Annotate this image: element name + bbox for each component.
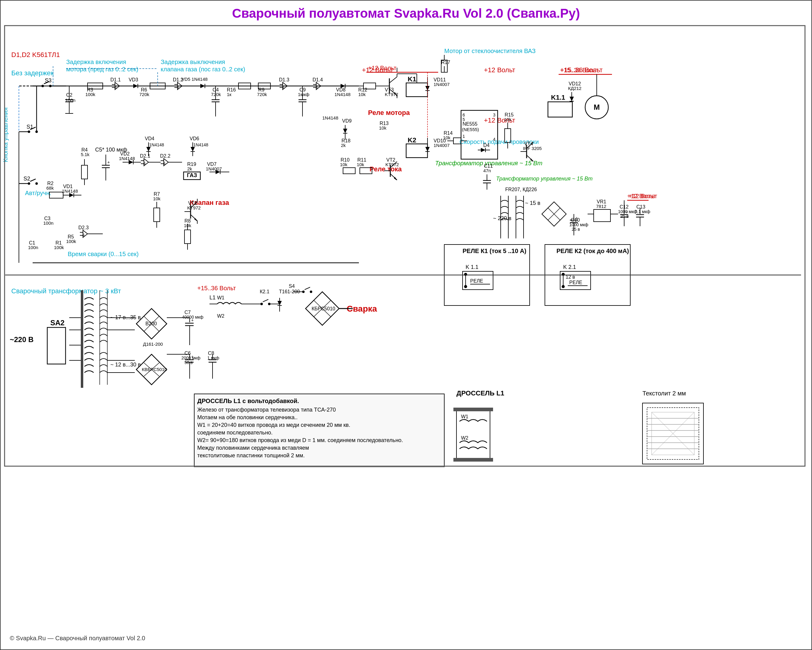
svg-text:1N4148: 1N4148 bbox=[193, 142, 208, 147]
svg-text:VD3: VD3 bbox=[129, 77, 138, 82]
svg-line-322 bbox=[548, 214, 554, 220]
svg-rect-234 bbox=[406, 144, 427, 158]
svg-text:~ 220 в: ~ 220 в bbox=[493, 215, 511, 221]
svg-text:&: & bbox=[114, 85, 117, 89]
svg-text:Сварочный трансформатор ~ 3 кВ: Сварочный трансформатор ~ 3 кВт bbox=[11, 287, 121, 295]
svg-marker-186 bbox=[147, 147, 151, 151]
svg-point-426 bbox=[302, 291, 305, 293]
svg-text:D4: D4 bbox=[483, 143, 490, 148]
svg-line-320 bbox=[548, 208, 554, 214]
svg-text:ДРОССЕЛЬ L1 с вольтодобавкой.: ДРОССЕЛЬ L1 с вольтодобавкой. bbox=[197, 398, 299, 404]
svg-text:0,1 мкф: 0,1 мкф bbox=[635, 209, 650, 214]
svg-rect-152 bbox=[81, 165, 87, 179]
svg-text:K1: K1 bbox=[408, 75, 416, 83]
svg-text:+12 Вольт: +12 Вольт bbox=[629, 193, 657, 199]
svg-text:100n: 100n bbox=[43, 220, 53, 226]
svg-text:C8: C8 bbox=[208, 351, 214, 356]
svg-text:текстолитовые пластинки толщин: текстолитовые пластинки толщиной 2 мм. bbox=[197, 452, 305, 459]
svg-text:Между половинками сердечника в: Между половинками сердечника вставляем bbox=[197, 445, 309, 451]
svg-text:10k: 10k bbox=[153, 196, 161, 201]
page-title: Сварочный полуавтомат Svapka.Ru Vol 2.0 … bbox=[1, 6, 811, 21]
svg-text:&: & bbox=[82, 233, 85, 237]
svg-marker-58 bbox=[133, 84, 138, 88]
svg-text:+15..36 Вольт: +15..36 Вольт bbox=[560, 67, 599, 73]
svg-text:100n: 100n bbox=[28, 245, 38, 250]
svg-text:1N4007: 1N4007 bbox=[206, 166, 222, 171]
svg-line-321 bbox=[554, 208, 560, 214]
svg-text:К2.1: К2.1 bbox=[260, 289, 270, 294]
svg-rect-384 bbox=[81, 290, 83, 388]
svg-text:~ 15 в: ~ 15 в bbox=[525, 200, 540, 206]
svg-text:7812: 7812 bbox=[596, 204, 606, 209]
svg-line-37 bbox=[30, 179, 36, 182]
svg-text:D1.4: D1.4 bbox=[313, 77, 323, 82]
svg-text:C13: C13 bbox=[636, 204, 645, 209]
svg-text:&: & bbox=[282, 85, 284, 89]
svg-text:100k: 100k bbox=[85, 92, 95, 97]
svg-text:W2= 90+90=180 витков провода и: W2= 90+90=180 витков провода из меди D =… bbox=[197, 437, 403, 443]
svg-rect-128 bbox=[406, 83, 427, 97]
svg-text:&: & bbox=[177, 85, 179, 89]
svg-text:1к: 1к bbox=[227, 92, 231, 97]
svg-text:+: + bbox=[107, 160, 110, 165]
svg-text:W1: W1 bbox=[461, 414, 469, 419]
svg-text:1: 1 bbox=[462, 134, 465, 139]
svg-text:РЕЛЕ К1 (ток 5 ..10 А): РЕЛЕ К1 (ток 5 ..10 А) bbox=[462, 247, 526, 254]
svg-text:720k: 720k bbox=[211, 92, 221, 97]
svg-text:1N4148: 1N4148 bbox=[62, 188, 78, 194]
svg-point-369 bbox=[562, 285, 565, 288]
svg-text:W2: W2 bbox=[217, 313, 224, 319]
bottom-note: © Svapka.Ru — Сварочный полуавтомат Vol … bbox=[10, 635, 145, 642]
svg-text:10k: 10k bbox=[443, 135, 451, 140]
svg-text:NE555: NE555 bbox=[462, 121, 478, 127]
svg-point-30 bbox=[28, 130, 30, 133]
svg-text:FR207, КД226: FR207, КД226 bbox=[505, 187, 537, 192]
svg-text:1N4148: 1N4148 bbox=[322, 115, 339, 121]
svg-text:РЕЛЕ: РЕЛЕ bbox=[569, 280, 582, 285]
svg-text:+: + bbox=[626, 209, 628, 214]
svg-text:W2: W2 bbox=[461, 435, 469, 441]
svg-text:Д161-200: Д161-200 bbox=[143, 342, 163, 346]
svg-line-427 bbox=[305, 287, 310, 290]
svg-text:K 2.1: K 2.1 bbox=[563, 264, 576, 270]
svg-marker-238 bbox=[425, 147, 430, 151]
svg-line-323 bbox=[554, 214, 560, 220]
svg-text:В200: В200 bbox=[145, 321, 157, 326]
svg-point-24 bbox=[41, 85, 44, 87]
svg-marker-255 bbox=[343, 129, 347, 133]
svg-text:соединяем последовательно.: соединяем последовательно. bbox=[197, 430, 273, 436]
svg-text:~220 В: ~220 В bbox=[10, 336, 34, 343]
svg-point-428 bbox=[310, 291, 312, 293]
svg-text:клапана газа (пос газ 0..2 сек: клапана газа (пос газ 0..2 сек) bbox=[161, 66, 245, 73]
svg-marker-73 bbox=[200, 84, 205, 88]
svg-text:Задержка включения: Задержка включения bbox=[66, 58, 126, 65]
svg-rect-223 bbox=[185, 230, 191, 244]
main-container: Сварочный полуавтомат Svapka.Ru Vol 2.0 … bbox=[0, 0, 812, 650]
svg-text:+: + bbox=[191, 318, 194, 323]
svg-text:VD6: VD6 bbox=[190, 136, 199, 141]
svg-text:(NE555): (NE555) bbox=[462, 127, 479, 132]
svg-text:1N4148: 1N4148 bbox=[149, 142, 164, 147]
svg-text:Время сварки (0...15 сек): Время сварки (0...15 сек) bbox=[68, 250, 139, 257]
svg-text:+12 Вольт: +12 Вольт bbox=[368, 65, 396, 71]
svg-rect-378 bbox=[47, 327, 66, 364]
svg-rect-473 bbox=[453, 458, 493, 462]
svg-text:Авт/ручн.: Авт/ручн. bbox=[25, 190, 51, 196]
svg-text:+12 Вольт: +12 Вольт bbox=[484, 66, 515, 74]
svg-text:K1.1: K1.1 bbox=[551, 94, 565, 101]
svg-text:6: 6 bbox=[462, 113, 465, 117]
svg-text:+: + bbox=[191, 354, 194, 359]
svg-text:1000 мкф: 1000 мкф bbox=[569, 222, 588, 227]
svg-text:Мотор от стеклоочистителя ВАЗ: Мотор от стеклоочистителя ВАЗ bbox=[444, 47, 536, 54]
svg-marker-192 bbox=[191, 147, 195, 151]
svg-marker-421 bbox=[278, 301, 282, 305]
svg-text:K 1.1: K 1.1 bbox=[466, 264, 478, 270]
svg-marker-160 bbox=[69, 193, 74, 197]
svg-text:2k: 2k bbox=[187, 166, 192, 171]
svg-text:47n: 47n bbox=[483, 168, 491, 173]
svg-text:VD4: VD4 bbox=[145, 136, 154, 141]
schematic-diagram: D1,D2 K561ТЛ1 Без задержек Задержка вклю… bbox=[2, 25, 807, 467]
svg-text:VD5 1N4148: VD5 1N4148 bbox=[182, 76, 208, 82]
svg-text:IRF 3205: IRF 3205 bbox=[523, 146, 542, 151]
svg-text:S2: S2 bbox=[23, 175, 30, 182]
